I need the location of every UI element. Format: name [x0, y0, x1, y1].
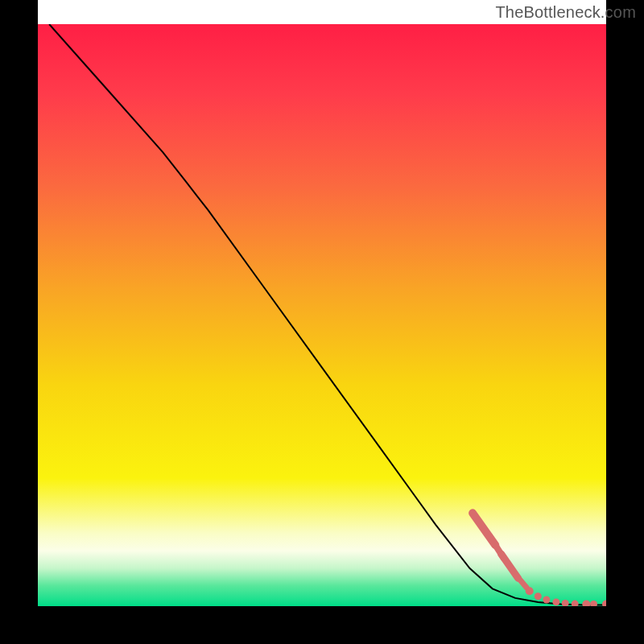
plot-area [38, 24, 606, 606]
salmon-markers [473, 513, 606, 606]
salmon-dot [602, 601, 606, 607]
main-curve [49, 24, 606, 605]
salmon-dot [590, 601, 597, 606]
salmon-dot [582, 601, 590, 607]
salmon-dot [526, 587, 534, 595]
salmon-dot [543, 597, 550, 604]
salmon-dot [535, 592, 542, 600]
salmon-dot [562, 600, 569, 606]
salmon-dot [572, 601, 579, 606]
curve-layer [38, 24, 606, 606]
salmon-dot [552, 598, 559, 605]
watermark-text: TheBottleneck.com [495, 3, 636, 22]
chart-stage: TheBottleneck.com [0, 0, 644, 644]
